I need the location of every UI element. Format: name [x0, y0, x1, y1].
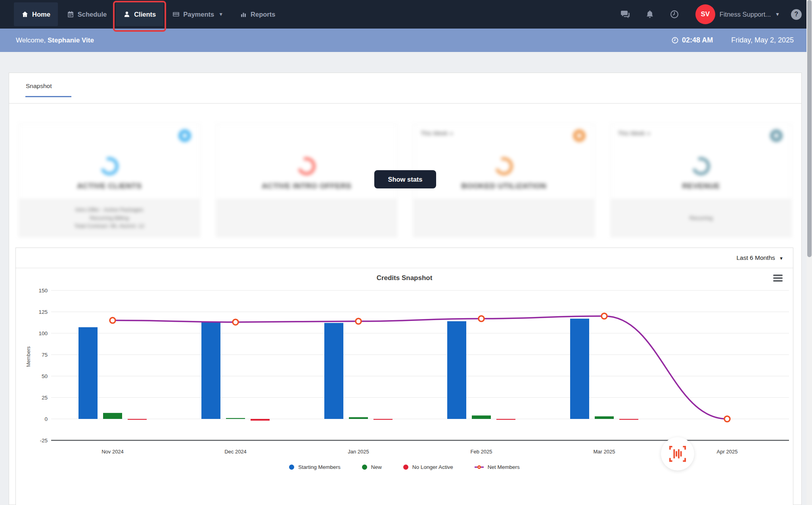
account-menu[interactable]: SV Fitness Support... ▼ — [695, 4, 780, 24]
nav-item-reports[interactable]: Reports — [232, 2, 283, 26]
svg-text:-25: -25 — [40, 438, 48, 444]
svg-text:150: 150 — [38, 288, 48, 294]
legend-dot-icon — [362, 465, 367, 470]
period-select[interactable]: This Week ▼ — [421, 130, 454, 136]
svg-text:25: 25 — [42, 395, 48, 401]
svg-text:125: 125 — [38, 309, 48, 315]
svg-text:Nov 2024: Nov 2024 — [102, 449, 124, 455]
avatar: SV — [695, 4, 715, 24]
scrollbar-thumb[interactable] — [807, 0, 812, 257]
period-select[interactable]: This Week ▼ — [618, 130, 651, 136]
loading-spinner-icon — [295, 154, 319, 178]
stat-card-footer: Recurring — [611, 199, 792, 237]
chart-body: Credits Snapshot 1501251007550250-25Memb… — [16, 268, 793, 470]
stat-card-booked-utilization: This Week ▼ BOOKED UTILIZATION — [413, 123, 595, 237]
footer-line: Intro Offer - Active Packages — [75, 206, 144, 214]
stat-card-revenue: This Week ▼ REVENUE Recurring — [611, 123, 792, 237]
welcome-message: Welcome, Stephanie Vite — [16, 36, 94, 44]
legend-item-no-longer-active[interactable]: No Longer Active — [403, 464, 453, 470]
messages-button[interactable] — [613, 10, 638, 19]
account-name: Fitness Support... — [720, 11, 771, 18]
nav-item-clients[interactable]: Clients — [116, 2, 163, 26]
welcome-bar: Welcome, Stephanie Vite 02:48 AM Friday,… — [0, 29, 812, 52]
caret-down-icon: ▼ — [449, 131, 454, 136]
top-navigation: Home Schedule Clients Payments ▼ Reports — [0, 0, 812, 29]
nav-item-label: Clients — [134, 11, 156, 18]
footer-line: Recurring Billing — [90, 214, 129, 223]
svg-text:100: 100 — [38, 330, 48, 336]
stat-card-title: BOOKED UTILIZATION — [462, 182, 546, 190]
svg-text:Apr 2025: Apr 2025 — [717, 449, 738, 455]
footer-line: Recurring — [689, 214, 713, 223]
home-icon — [21, 11, 29, 18]
current-date: Friday, May 2, 2025 — [731, 36, 794, 44]
tab-snapshot[interactable]: Snapshot — [25, 83, 71, 97]
legend-item-new[interactable]: New — [362, 464, 382, 470]
help-button[interactable]: ? — [791, 9, 802, 20]
calendar-icon — [67, 11, 74, 18]
clock-icon — [671, 36, 679, 44]
legend-label: Net Members — [488, 464, 520, 470]
chart-menu-icon[interactable] — [773, 275, 783, 283]
time-text: 02:48 AM — [682, 36, 713, 44]
svg-text:Feb 2025: Feb 2025 — [471, 449, 492, 455]
svg-text:50: 50 — [42, 373, 48, 379]
stat-card-active-intro-offers: ACTIVE INTRO OFFERS — [216, 123, 398, 237]
main-nav: Home Schedule Clients Payments ▼ Reports — [13, 0, 283, 29]
date-range-value: Last 6 Months — [736, 254, 775, 261]
stat-card-footer — [216, 199, 397, 237]
date-range-select[interactable]: Last 6 Months ▼ — [736, 254, 783, 261]
scrollbar[interactable] — [806, 0, 812, 505]
footer-line: Total Contract: 96, Alumni: 12 — [75, 222, 144, 230]
card-corner-icon — [770, 129, 783, 142]
legend-item-starting-members[interactable]: Starting Members — [289, 464, 341, 470]
legend-dot-icon — [403, 465, 408, 470]
nav-utilities: SV Fitness Support... ▼ ? — [613, 0, 802, 29]
nav-item-payments[interactable]: Payments ▼ — [165, 2, 231, 26]
period-select-value: This Week — [618, 130, 645, 136]
stat-cards-section: ACTIVE CLIENTS Intro Offer - Active Pack… — [19, 123, 792, 238]
welcome-user-name: Stephanie Vite — [48, 36, 94, 44]
history-button[interactable] — [662, 10, 687, 19]
caret-down-icon: ▼ — [775, 12, 780, 17]
loading-spinner-icon — [689, 154, 713, 178]
notifications-button[interactable] — [638, 10, 662, 19]
barcode-scan-icon — [668, 445, 687, 463]
legend-label: No Longer Active — [412, 464, 453, 470]
svg-text:Jan 2025: Jan 2025 — [348, 449, 369, 455]
person-icon — [123, 11, 130, 18]
legend-label: New — [371, 464, 382, 470]
legend-item-net-members[interactable]: Net Members — [475, 464, 520, 470]
nav-item-label: Payments — [183, 11, 214, 18]
caret-down-icon: ▼ — [647, 131, 651, 136]
stat-card-title: REVENUE — [682, 182, 720, 190]
svg-text:75: 75 — [42, 352, 48, 358]
loading-spinner — [661, 437, 694, 470]
show-stats-button[interactable]: Show stats — [374, 170, 436, 188]
caret-down-icon: ▼ — [779, 256, 783, 261]
nav-item-schedule[interactable]: Schedule — [59, 2, 114, 26]
tabs-row: Snapshot — [9, 73, 801, 104]
dashboard-panel: Snapshot ACTIVE CLIENTS Intro Offer - Ac… — [9, 73, 802, 505]
welcome-greeting: Welcome, — [16, 36, 46, 44]
clock-icon — [670, 10, 679, 19]
stat-card-title: ACTIVE CLIENTS — [77, 182, 142, 190]
current-time: 02:48 AM — [671, 36, 713, 44]
nav-item-home[interactable]: Home — [14, 2, 58, 26]
chart-card-header: Last 6 Months ▼ — [16, 248, 793, 268]
period-select-value: This Week — [421, 130, 448, 136]
nav-item-label: Schedule — [78, 11, 107, 18]
nav-item-label: Home — [32, 11, 50, 18]
caret-down-icon: ▼ — [218, 12, 223, 17]
svg-text:0: 0 — [44, 416, 48, 422]
chart-title: Credits Snapshot — [16, 268, 793, 286]
credits-snapshot-card: Last 6 Months ▼ Credits Snapshot 1501251… — [15, 248, 793, 505]
card-corner-icon — [178, 129, 191, 142]
legend-label: Starting Members — [298, 464, 341, 470]
stat-card-active-clients: ACTIVE CLIENTS Intro Offer - Active Pack… — [19, 123, 200, 237]
card-corner-icon — [573, 129, 586, 142]
loading-spinner-icon — [97, 154, 121, 178]
chat-icon — [620, 10, 630, 19]
svg-text:Mar 2025: Mar 2025 — [594, 449, 615, 455]
legend-line-marker-icon — [475, 465, 484, 469]
